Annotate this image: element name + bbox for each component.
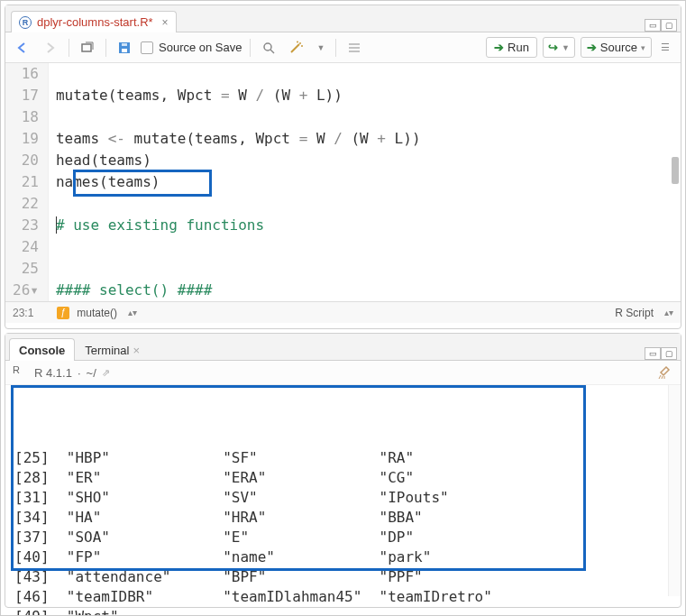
source-arrow-icon: ➔ xyxy=(587,41,597,54)
language-label[interactable]: R Script xyxy=(615,307,654,319)
code-line[interactable]: teams <- mutate(teams, Wpct = W / (W + L… xyxy=(56,128,673,150)
line
-gutter: 1617181920212223242526▾ xyxy=(5,63,49,301)
console-row: [46] "teamIDBR" "teamIDlahman45" "teamID… xyxy=(14,587,672,607)
r-version: R 4.1.1 xyxy=(34,366,72,380)
source-on-save-label: Source on Save xyxy=(159,41,242,54)
scope-function[interactable]: mutate() xyxy=(77,307,117,319)
show-in-new-icon[interactable] xyxy=(77,40,98,56)
annotation-highlight-console xyxy=(11,385,586,571)
code-line[interactable] xyxy=(56,106,673,128)
clear-console-icon[interactable] xyxy=(657,365,673,380)
tab-console[interactable]: Console xyxy=(9,338,75,361)
run-arrow-icon: ➔ xyxy=(494,41,504,54)
run-label: Run xyxy=(508,41,529,54)
annotation-highlight-editor xyxy=(73,170,212,197)
close-icon[interactable]: × xyxy=(162,16,169,29)
minimize-icon[interactable]: ▭ xyxy=(645,19,661,32)
svg-point-7 xyxy=(299,42,301,44)
working-dir: ~/ xyxy=(87,366,96,380)
code-line[interactable]: #### select() #### xyxy=(56,280,673,301)
panel-menu-icon[interactable]: ☰ xyxy=(657,40,673,55)
find-icon[interactable] xyxy=(258,39,279,57)
outline-icon[interactable] xyxy=(343,40,365,56)
close-icon[interactable]: × xyxy=(133,344,140,357)
path-popout-icon[interactable]: ⇗ xyxy=(102,367,110,379)
file-tab[interactable]: R dplyr-columns-start.R* × xyxy=(11,11,177,32)
wand-dropdown-icon[interactable]: ▼ xyxy=(314,41,329,54)
minimize-icon[interactable]: ▭ xyxy=(645,347,661,360)
console-path-bar: R R 4.1.1 · ~/ ⇗ xyxy=(5,361,681,385)
scrollbar-thumb[interactable] xyxy=(672,157,679,184)
wand-icon[interactable] xyxy=(285,39,308,57)
run-button[interactable]: ➔ Run xyxy=(486,37,537,58)
source-toolbar: Source on Save ▼ ➔ Run ↪ ▼ ➔ Source ▾ ☰ xyxy=(5,32,681,63)
source-button[interactable]: ➔ Source ▾ xyxy=(581,37,652,58)
code-line[interactable]: head(teams) xyxy=(56,150,673,171)
source-label: Source xyxy=(600,41,637,54)
maximize-icon[interactable]: ▢ xyxy=(661,19,677,32)
svg-line-5 xyxy=(270,50,274,53)
svg-line-6 xyxy=(291,44,299,52)
svg-point-8 xyxy=(301,45,303,47)
code-line[interactable]: mutate(teams, Wpct = W / (W + L)) xyxy=(56,85,673,106)
console-tabbar: Console Terminal × ▭ ▢ xyxy=(5,334,681,361)
rerun-icon: ↪ xyxy=(548,41,558,54)
maximize-icon[interactable]: ▢ xyxy=(661,347,677,360)
rerun-button[interactable]: ↪ ▼ xyxy=(543,37,575,58)
back-icon[interactable] xyxy=(13,40,34,56)
svg-point-9 xyxy=(297,41,298,42)
source-on-save-checkbox[interactable] xyxy=(141,41,153,54)
lang-updown-icon[interactable]: ▴▾ xyxy=(664,308,673,317)
source-pane: R dplyr-columns-start.R* × ▭ ▢ Source on… xyxy=(5,5,681,329)
function-badge-icon: ƒ xyxy=(57,307,69,319)
r-logo-icon: R xyxy=(13,364,29,381)
save-icon[interactable] xyxy=(114,39,135,57)
file-tabbar: R dplyr-columns-start.R* × ▭ ▢ xyxy=(5,5,681,32)
tab-terminal[interactable]: Terminal × xyxy=(75,338,150,361)
svg-rect-3 xyxy=(122,43,127,46)
file-tab-label: dplyr-columns-start.R* xyxy=(37,15,153,29)
svg-rect-2 xyxy=(122,49,127,52)
code-line[interactable] xyxy=(56,236,673,258)
code-line[interactable] xyxy=(56,258,673,280)
svg-rect-0 xyxy=(82,44,91,51)
code-line[interactable]: # use existing functions xyxy=(56,215,673,236)
editor-statusbar: 23:1 ƒ mutate() ▴▾ R Script ▴▾ xyxy=(5,301,681,323)
console-pane: Console Terminal × ▭ ▢ R R 4.1.1 · ~/ ⇗ … xyxy=(5,333,681,608)
scope-updown-icon[interactable]: ▴▾ xyxy=(128,308,137,317)
code-editor[interactable]: 1617181920212223242526▾ mutate(teams, Wp… xyxy=(5,63,681,301)
code-line[interactable] xyxy=(56,63,673,85)
console-output[interactable]: [25] "HBP" "SF" "RA"[28] "ER" "ERA" "CG"… xyxy=(5,385,681,596)
svg-point-4 xyxy=(264,43,271,51)
cursor-position: 23:1 xyxy=(13,307,33,319)
console-row: [49] "Wpct" xyxy=(14,607,672,616)
console-scrollbar[interactable] xyxy=(668,385,681,596)
forward-icon[interactable] xyxy=(40,40,61,56)
r-file-icon: R xyxy=(19,16,32,29)
